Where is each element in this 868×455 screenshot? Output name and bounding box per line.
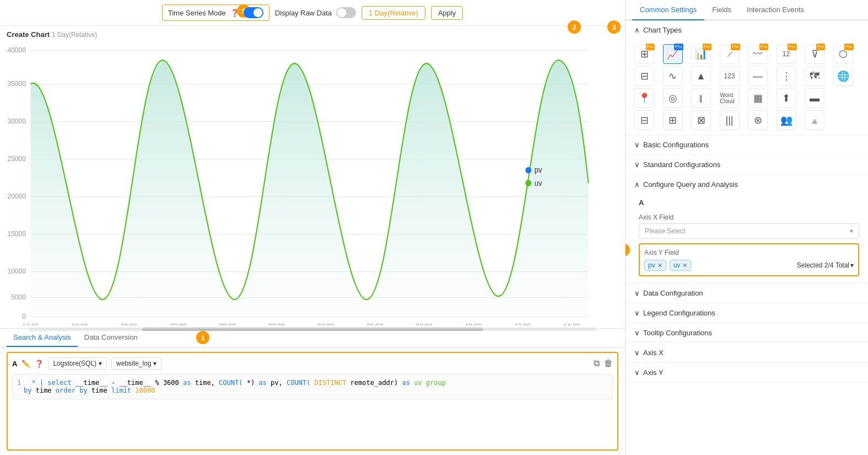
chart-type-geo[interactable]: ⬡ Pro: [833, 44, 853, 64]
map-icon: 🗺: [810, 71, 820, 82]
chart-type-progress[interactable]: —: [748, 66, 768, 86]
people-icon: 👥: [780, 114, 792, 126]
time-range-button[interactable]: 1 Day(Relative): [362, 6, 425, 20]
query-panel: A ✏️ ❓ Logstore(SQL) ▾ website_log ▾ ⧉ 🗑: [7, 352, 618, 451]
axis-y-header[interactable]: ∨ Axis Y: [626, 363, 868, 382]
svg-text:40000: 40000: [8, 46, 26, 55]
chart-type-timeline[interactable]: ⊞: [663, 110, 683, 130]
area2-icon: ▲: [696, 71, 706, 82]
configure-query-header[interactable]: ∧ Configure Query and Analysis: [626, 175, 868, 194]
waterfall-icon: ⫿: [699, 93, 704, 104]
chart-type-pivot[interactable]: ⊟: [634, 66, 654, 86]
chevron-down-icon: ∨: [634, 309, 640, 317]
svg-text:10:00: 10:00: [465, 322, 482, 325]
query-letter-label: A: [12, 360, 17, 368]
tab-interaction-events[interactable]: Interaction Events: [739, 0, 812, 20]
data-config-section: ∨ Data Configuration: [626, 283, 868, 303]
apply-button[interactable]: Apply: [431, 6, 463, 20]
chart-type-bars[interactable]: |||: [720, 110, 740, 130]
edit-icon[interactable]: ✏️: [21, 360, 30, 368]
svg-text:uv: uv: [535, 179, 542, 188]
chart-type-heatmap[interactable]: ▦: [748, 88, 768, 108]
copy-icon[interactable]: ⧉: [594, 358, 600, 368]
tab-data-conversion[interactable]: Data Conversion: [78, 329, 144, 347]
chart-type-12[interactable]: 12 Pro: [777, 44, 796, 64]
chart-type-area2[interactable]: ▲: [691, 66, 711, 86]
standard-configs-header[interactable]: ∨ Standard Configurations: [626, 155, 868, 174]
tag-pv-remove[interactable]: ✕: [657, 262, 662, 269]
top-toolbar: 5 Time Series Mode ❓ Display Raw Data 1 …: [0, 0, 625, 26]
chart-type-bar[interactable]: 📊 Pro: [691, 44, 711, 64]
display-raw-toggle[interactable]: [336, 7, 356, 18]
bottom-panel: Search & Analysis Data Conversion 1 A ✏️…: [0, 328, 625, 455]
svg-text:20000: 20000: [8, 192, 26, 201]
chart-type-grouped[interactable]: ⊟: [634, 110, 654, 130]
basic-configs-header[interactable]: ∨ Basic Configurations: [626, 135, 868, 154]
chart-type-line2[interactable]: ∿: [663, 66, 683, 86]
pro-badge: Pro: [816, 44, 825, 50]
chart-type-waterfall[interactable]: ⫿: [691, 88, 711, 108]
chart-type-bar2[interactable]: ▬: [805, 88, 824, 108]
axis-x-header[interactable]: ∨ Axis X: [626, 343, 868, 362]
tab-common-settings[interactable]: Common Settings: [632, 0, 704, 20]
chart-type-funnel[interactable]: ⊽ Pro: [805, 44, 824, 64]
chart-type-custom[interactable]: ⊠: [691, 110, 711, 130]
chart-type-funnel2[interactable]: ⬆: [777, 88, 796, 108]
chart-type-people[interactable]: 👥: [777, 110, 796, 130]
wordcloud-icon: Word Cloud: [720, 92, 739, 104]
step-badge-2: 2: [568, 20, 581, 34]
pro-badge: Pro: [788, 44, 796, 50]
selected-total[interactable]: Selected 2/4 Total ▾: [797, 261, 854, 269]
tag-uv: uv ✕: [670, 260, 692, 271]
chart-type-num[interactable]: 123: [720, 66, 740, 86]
grouped-icon: ⊟: [640, 114, 649, 126]
chevron-up-icon: ∧: [634, 26, 640, 34]
timeline-icon: ⊞: [668, 114, 677, 126]
chart-type-area[interactable]: 〰 Pro: [748, 44, 768, 64]
configure-query-section: ∧ Configure Query and Analysis A Axis X …: [626, 175, 868, 283]
query-body[interactable]: 1 * | select __time__ - __time__ % 3600 …: [12, 374, 613, 399]
legend-configs-label: Legend Configurations: [643, 309, 715, 317]
chart-type-radar[interactable]: ⟁: [805, 110, 824, 130]
tooltip-configs-header[interactable]: ∨ Tooltip Configurations: [626, 323, 868, 342]
axis-x-field-select[interactable]: Please Select ▾: [639, 223, 859, 239]
tab-fields[interactable]: Fields: [704, 0, 739, 20]
delete-icon[interactable]: 🗑: [604, 358, 613, 368]
chart-types-header[interactable]: ∧ Chart Types: [626, 20, 868, 40]
chevron-down-icon: ▾: [153, 360, 157, 367]
chart-type-wordcloud[interactable]: Word Cloud: [720, 88, 740, 108]
svg-text:12:00: 12:00: [514, 322, 531, 325]
axis-x-placeholder: Please Select: [645, 227, 685, 235]
tab-search-analysis[interactable]: Search & Analysis: [7, 329, 78, 347]
query-header: A ✏️ ❓ Logstore(SQL) ▾ website_log ▾ ⧉ 🗑: [12, 357, 613, 370]
svg-text:04:00: 04:00: [317, 322, 334, 325]
chart-type-gauge[interactable]: ◎: [663, 88, 683, 108]
chevron-down-icon: ∨: [634, 289, 640, 297]
source-type-select[interactable]: Logstore(SQL) ▾: [48, 357, 107, 370]
chevron-down-icon: ∨: [634, 141, 640, 149]
line2-icon: ∿: [668, 70, 677, 82]
number-icon: 123: [724, 72, 735, 80]
chart-type-location[interactable]: 📍: [634, 88, 654, 108]
legend-configs-header[interactable]: ∨ Legend Configurations: [626, 303, 868, 323]
svg-text:00:00: 00:00: [219, 322, 236, 325]
data-config-header[interactable]: ∨ Data Configuration: [626, 283, 868, 303]
funnel2-icon: ⬆: [782, 92, 790, 104]
chart-type-sankey[interactable]: ⋮: [777, 66, 796, 86]
chart-type-table[interactable]: ⊞ Pro: [634, 44, 654, 64]
svg-text:pv: pv: [535, 166, 542, 175]
chart-type-empty: [833, 88, 853, 108]
time-series-toggle[interactable]: [244, 7, 263, 18]
basic-configs-label: Basic Configurations: [643, 141, 709, 149]
help-icon[interactable]: ❓: [35, 360, 44, 368]
axis-x-field-label: Axis X Field: [639, 213, 859, 221]
chart-container: Create Chart 1 Day(Relative) 40000 35000…: [0, 26, 625, 328]
source-name-select[interactable]: website_log ▾: [111, 357, 161, 370]
chart-type-line[interactable]: 📈 Pro: [663, 44, 683, 64]
chart-type-scatter[interactable]: ⟋ Pro: [720, 44, 740, 64]
pro-badge: Pro: [844, 44, 853, 50]
chart-type-map[interactable]: 🗺: [805, 66, 824, 86]
chart-type-pin[interactable]: ⊛: [748, 110, 768, 130]
chart-type-world[interactable]: 🌐: [833, 66, 853, 86]
tag-uv-remove[interactable]: ✕: [682, 262, 687, 269]
